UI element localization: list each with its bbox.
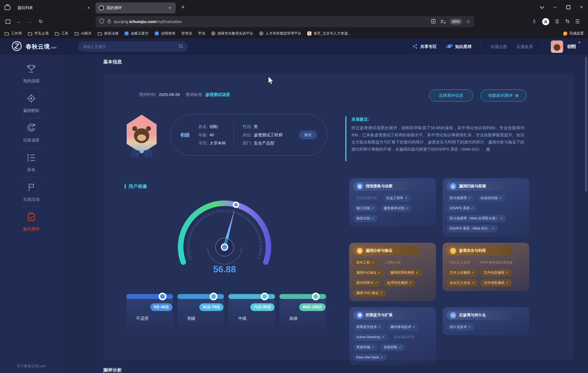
account-extension-icon[interactable]: A (542, 18, 549, 25)
save-page-icon[interactable] (431, 19, 436, 25)
close-button[interactable]: × (575, 0, 588, 14)
legend-marker (159, 293, 166, 300)
bookmark-item[interactable]: 工作用 (4, 31, 22, 36)
sidebar-item-6[interactable]: 能力测评 (0, 207, 63, 236)
site-page: 春秋云境.com 共享专区知识星球云境公告云境会员 胡刚 我的战绩漏洞靶标仿真场… (0, 38, 588, 373)
bookmark-item[interactable]: 工具 (55, 31, 68, 36)
sidebar-item-4[interactable]: 321排名 (0, 148, 63, 177)
url-bar[interactable]: tyunjing.ichunqiu.com/myEvaluation 文A 80… (96, 16, 474, 27)
setup-reminder[interactable]: 完成设置 (563, 31, 584, 36)
skill-cards: 情报搜集与侦察信息泄露检测社会工程学✓端口扫描✓服务版本识别✓指纹识别✓漏洞扫描… (349, 178, 536, 365)
bookmark-item[interactable]: AI相关 (74, 31, 91, 36)
new-tab-button[interactable]: + (178, 4, 187, 11)
profile-field-label: 学历: (198, 141, 208, 145)
level-badge: 初级 (180, 132, 190, 138)
url-text: tyunjing.ichunqiu.com/myEvaluation (114, 19, 182, 24)
folder-icon (97, 32, 102, 36)
scrollbar-thumb[interactable] (585, 57, 587, 191)
skill-tag: 端口扫描✓ (353, 205, 377, 212)
search-box[interactable] (78, 41, 188, 52)
skill-tag: 防火墙原理✓ (446, 194, 474, 202)
lock-icon[interactable] (107, 19, 111, 24)
maximize-button[interactable] (562, 0, 575, 14)
bookmark-item[interactable]: 国家安全教育实训平台 (211, 31, 253, 36)
skill-tag: 二进制分析 (380, 259, 404, 266)
firefox-view-icon[interactable] (4, 4, 11, 11)
site-logo[interactable]: 春秋云境.com (11, 40, 57, 53)
bookmark-item[interactable]: 学员 (198, 31, 205, 36)
sidebar-item-1[interactable]: 我的战绩 (0, 59, 63, 88)
plus-circle-icon: ⊕ (515, 93, 519, 98)
create-eval-button[interactable]: 创建新的测评⊕ (480, 89, 527, 101)
bookmark-label: 国家安全教育实训平台 (217, 31, 253, 36)
sidebar-item-2[interactable]: 漏洞靶标 (0, 88, 63, 118)
translate-icon[interactable]: 文A (440, 19, 446, 24)
ribbon-left (130, 149, 140, 159)
profile-field-label: 岗位: (243, 132, 252, 137)
check-icon: ✓ (471, 206, 474, 210)
person-icon (450, 183, 456, 190)
doc-red-icon (307, 31, 312, 36)
sidebar-item-3[interactable]: 仿真场景 (0, 118, 63, 147)
sidebar-toggle-icon[interactable] (3, 17, 13, 26)
reload-button[interactable]: ↻ (36, 17, 46, 26)
tab-close-icon[interactable]: × (167, 5, 172, 11)
minimize-button[interactable]: ─ (548, 0, 562, 14)
search-icon[interactable] (178, 44, 183, 50)
skill-tag: 社会工程学✓ (383, 194, 411, 202)
header-nav-item[interactable]: 云境会员 (516, 44, 533, 49)
sidebar-footer-link[interactable]: 关于春秋云境.com (0, 364, 63, 369)
shield-icon[interactable] (99, 18, 104, 25)
bookmark-item[interactable]: 管理员 (181, 31, 192, 36)
menu-icon[interactable]: ☰ (575, 18, 580, 25)
skill-tag: 源代码审计✓ (353, 279, 381, 287)
skill-tag: IDS/IPS 系统✓ (446, 205, 477, 212)
folder-icon (28, 32, 32, 36)
screenshot-icon[interactable] (565, 19, 570, 25)
bookmark-star-icon[interactable]: ☆ (466, 19, 471, 25)
back-button[interactable]: ← (14, 17, 24, 26)
skill-tag: 持久化技术✓ (446, 323, 474, 331)
sidebar-item-label: 能力测评 (23, 227, 40, 232)
sidebar-item-label: 仿真场景 (23, 138, 40, 143)
bookmark-label: 管理员 (181, 31, 192, 36)
tab-close-icon[interactable]: × (86, 5, 91, 11)
legend-marker (261, 293, 268, 300)
tab-list-chevron-icon[interactable] (535, 0, 548, 14)
folder-icon (55, 32, 59, 36)
bookmark-item[interactable]: 政策法规 (97, 31, 118, 36)
bookmark-item[interactable]: 金蝶云星空 (124, 31, 149, 36)
check-icon: ✓ (380, 355, 383, 359)
skill-card-title: 权限提升与扩展 (366, 313, 393, 318)
bookmark-item[interactable]: 学无止境 (28, 31, 49, 36)
gauge-center-dot (222, 244, 228, 250)
user-menu[interactable]: 胡刚 (551, 40, 576, 53)
extensions-icon[interactable] (555, 18, 560, 25)
zoom-badge[interactable]: 80% (450, 19, 462, 24)
header-nav-label: 共享专区 (420, 44, 437, 49)
sidebar-item-label: 云境活动 (23, 197, 40, 202)
tab-my-evaluation[interactable]: 我的测评 × (96, 2, 176, 13)
target-icon (26, 93, 37, 105)
ranking-icon: 321 (26, 152, 37, 164)
bookmark-item[interactable]: 人才评价模型管理平台 (259, 31, 301, 36)
select-eval-button[interactable]: 选择测评信息 (429, 89, 473, 101)
bookmark-item[interactable]: 业绩查询 (155, 31, 175, 36)
bookmark-item[interactable]: 首页_北京市人力资源... (307, 31, 351, 36)
sidebar-item-5[interactable]: 云境活动 (0, 177, 63, 207)
eval-time: 测评时间:2025-09-26 (139, 92, 180, 97)
username[interactable]: 胡刚 (567, 44, 576, 50)
egg-icon (357, 248, 363, 254)
header-nav-item[interactable]: 云境公告 (491, 44, 507, 49)
header-nav-item[interactable]: 共享专区 (412, 44, 437, 50)
search-input[interactable] (82, 44, 176, 49)
skill-tag: 漏洞利用链构造✓ (387, 269, 422, 276)
header-nav-item[interactable]: 知识星球 (446, 43, 472, 50)
tab-question-list[interactable]: 题目列表 × (14, 2, 94, 13)
score-gauge: 56.88 (166, 188, 284, 279)
edit-button[interactable]: 修改 (299, 131, 317, 139)
avatar[interactable] (551, 40, 563, 53)
profile-field: 年龄:40 (198, 132, 226, 138)
downloads-icon[interactable] (532, 18, 537, 25)
forward-button[interactable]: → (25, 17, 35, 26)
